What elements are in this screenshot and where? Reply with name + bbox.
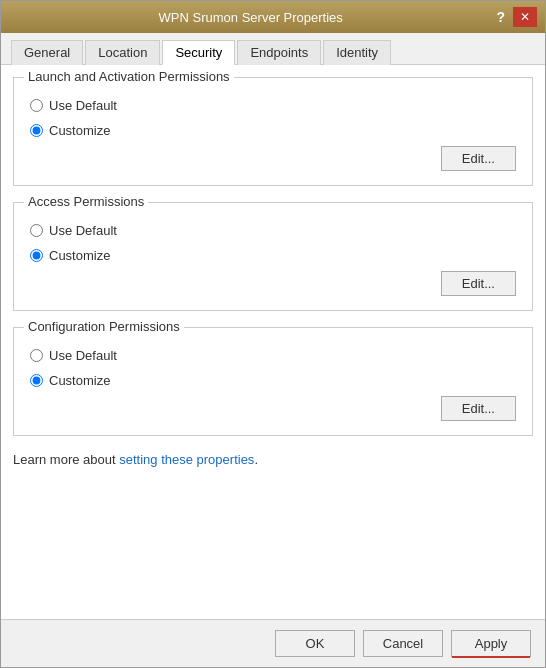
- access-customize-radio[interactable]: [30, 249, 43, 262]
- tab-location[interactable]: Location: [85, 40, 160, 65]
- access-permissions-group: Access Permissions Use Default Customize…: [13, 202, 533, 311]
- config-use-default-row: Use Default: [30, 348, 516, 363]
- config-customize-row: Customize: [30, 373, 516, 388]
- access-customize-row: Customize: [30, 248, 516, 263]
- content-area: Launch and Activation Permissions Use De…: [1, 65, 545, 619]
- access-customize-label: Customize: [49, 248, 110, 263]
- access-permissions-label: Access Permissions: [24, 194, 148, 209]
- learn-more-suffix: .: [254, 452, 258, 467]
- configuration-permissions-group: Configuration Permissions Use Default Cu…: [13, 327, 533, 436]
- learn-more-text: Learn more about: [13, 452, 119, 467]
- learn-more-link[interactable]: setting these properties: [119, 452, 254, 467]
- tab-endpoints[interactable]: Endpoints: [237, 40, 321, 65]
- access-use-default-row: Use Default: [30, 223, 516, 238]
- access-use-default-radio[interactable]: [30, 224, 43, 237]
- ok-button[interactable]: OK: [275, 630, 355, 657]
- launch-customize-label: Customize: [49, 123, 110, 138]
- launch-activation-label: Launch and Activation Permissions: [24, 69, 234, 84]
- footer: OK Cancel Apply: [1, 619, 545, 667]
- tab-security[interactable]: Security: [162, 40, 235, 65]
- tabs-bar: General Location Security Endpoints Iden…: [1, 33, 545, 65]
- tab-identity[interactable]: Identity: [323, 40, 391, 65]
- launch-edit-button[interactable]: Edit...: [441, 146, 516, 171]
- launch-customize-radio[interactable]: [30, 124, 43, 137]
- apply-button[interactable]: Apply: [451, 630, 531, 657]
- access-edit-button[interactable]: Edit...: [441, 271, 516, 296]
- launch-use-default-row: Use Default: [30, 98, 516, 113]
- access-edit-row: Edit...: [30, 271, 516, 296]
- learn-more-section: Learn more about setting these propertie…: [13, 452, 533, 467]
- help-button[interactable]: ?: [492, 7, 509, 27]
- window-title: WPN Srumon Server Properties: [9, 10, 492, 25]
- configuration-permissions-label: Configuration Permissions: [24, 319, 184, 334]
- config-use-default-label: Use Default: [49, 348, 117, 363]
- config-customize-label: Customize: [49, 373, 110, 388]
- launch-use-default-label: Use Default: [49, 98, 117, 113]
- config-customize-radio[interactable]: [30, 374, 43, 387]
- cancel-button[interactable]: Cancel: [363, 630, 443, 657]
- launch-activation-group: Launch and Activation Permissions Use De…: [13, 77, 533, 186]
- config-use-default-radio[interactable]: [30, 349, 43, 362]
- launch-edit-row: Edit...: [30, 146, 516, 171]
- config-edit-button[interactable]: Edit...: [441, 396, 516, 421]
- title-bar: WPN Srumon Server Properties ? ✕: [1, 1, 545, 33]
- main-window: WPN Srumon Server Properties ? ✕ General…: [0, 0, 546, 668]
- title-bar-controls: ? ✕: [492, 7, 537, 27]
- close-button[interactable]: ✕: [513, 7, 537, 27]
- tab-general[interactable]: General: [11, 40, 83, 65]
- access-use-default-label: Use Default: [49, 223, 117, 238]
- launch-use-default-radio[interactable]: [30, 99, 43, 112]
- launch-customize-row: Customize: [30, 123, 516, 138]
- config-edit-row: Edit...: [30, 396, 516, 421]
